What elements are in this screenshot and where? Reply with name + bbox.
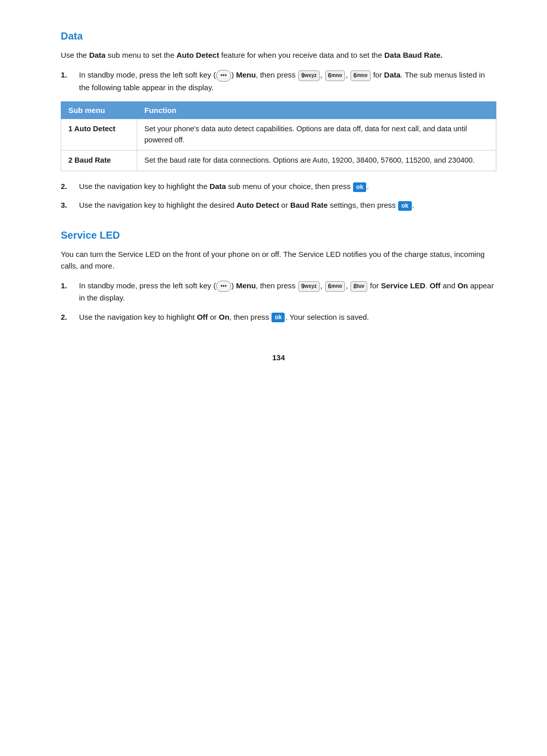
table-row: 2 Baud Rate Set the baud rate for data c… <box>61 150 496 171</box>
service-led-step-2: 2. Use the navigation key to highlight O… <box>61 311 496 323</box>
step-content: In standby mode, press the left soft key… <box>79 69 496 93</box>
row2-submenu: 2 Baud Rate <box>61 150 137 171</box>
soft-key-icon: ••• <box>216 281 231 292</box>
table-header-row: Sub menu Function <box>61 101 496 119</box>
step-content: Use the navigation key to highlight Off … <box>79 311 496 323</box>
service-led-steps-list: 1. In standby mode, press the left soft … <box>61 280 496 323</box>
data-steps-list-continued: 2. Use the navigation key to highlight t… <box>61 180 496 211</box>
step-number: 1. <box>61 280 76 291</box>
row2-function: Set the baud rate for data connections. … <box>137 150 496 171</box>
key-8tuv: 8 tuv <box>350 281 368 292</box>
ok-button-icon: ok <box>353 182 366 192</box>
service-led-title: Service LED <box>61 230 496 241</box>
step-number: 1. <box>61 69 76 81</box>
service-led-section: Service LED You can turn the Service LED… <box>61 230 496 323</box>
data-steps-list: 1. In standby mode, press the left soft … <box>61 69 496 93</box>
row1-submenu: 1 Auto Detect <box>61 119 137 150</box>
step-number: 2. <box>61 180 76 192</box>
data-section: Data Use the Data sub menu to set the Au… <box>61 30 496 211</box>
col-submenu-header: Sub menu <box>61 101 137 119</box>
data-step-3: 3. Use the navigation key to highlight t… <box>61 199 496 211</box>
key-6mno: 6 mno <box>325 281 345 292</box>
col-function-header: Function <box>137 101 496 119</box>
step-number: 3. <box>61 199 76 211</box>
key-9wxyz: 9wxyz <box>298 70 320 81</box>
key-9wxyz: 9wxyz <box>298 281 320 292</box>
ok-button-icon: ok <box>398 201 411 211</box>
data-intro-text: Use the Data sub menu to set the Auto De… <box>61 49 496 61</box>
service-led-intro: You can turn the Service LED on the fron… <box>61 248 496 272</box>
data-step-2: 2. Use the navigation key to highlight t… <box>61 180 496 192</box>
step-content: Use the navigation key to highlight the … <box>79 180 496 192</box>
data-table: Sub menu Function 1 Auto Detect Set your… <box>61 101 496 171</box>
step-content: Use the navigation key to highlight the … <box>79 199 496 211</box>
table-row: 1 Auto Detect Set your phone's data auto… <box>61 119 496 150</box>
ok-button-icon: ok <box>271 313 285 322</box>
service-led-step-1: 1. In standby mode, press the left soft … <box>61 280 496 304</box>
key-6mno-2: 6 mno <box>350 70 371 81</box>
data-step-1: 1. In standby mode, press the left soft … <box>61 69 496 93</box>
step-number: 2. <box>61 311 76 323</box>
key-6mno-1: 6 mno <box>325 70 345 81</box>
step-content: In standby mode, press the left soft key… <box>79 280 496 304</box>
page-number: 134 <box>61 353 496 362</box>
row1-function: Set your phone's data auto detect capabi… <box>137 119 496 150</box>
soft-key-icon: ••• <box>216 70 231 82</box>
data-section-title: Data <box>61 30 496 42</box>
